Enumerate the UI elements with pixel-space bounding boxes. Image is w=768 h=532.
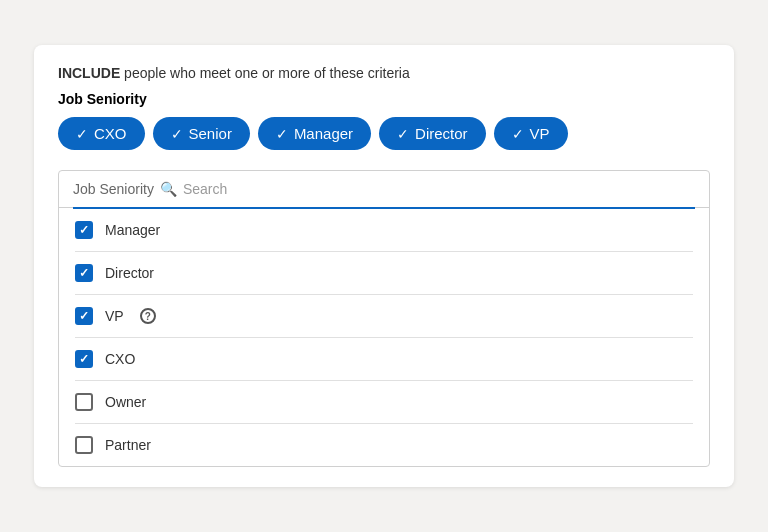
search-input[interactable] [183,181,695,197]
tag-label: Manager [294,125,353,142]
tag-label: Director [415,125,468,142]
checkbox-item-manager[interactable]: ✓Manager [59,209,709,251]
tag-label: VP [530,125,550,142]
tag-check-icon: ✓ [171,126,183,142]
tag-check-icon: ✓ [76,126,88,142]
tag-check-icon: ✓ [276,126,288,142]
checkbox-item-vp[interactable]: ✓VP? [59,295,709,337]
checkbox-label-partner: Partner [105,437,151,453]
check-icon: ✓ [79,352,89,366]
tag-director[interactable]: ✓Director [379,117,486,150]
search-prefix-label: Job Seniority [73,181,154,197]
checkbox-item-partner[interactable]: Partner [59,424,709,466]
checkbox-label-director: Director [105,265,154,281]
checkbox-label-cxo: CXO [105,351,135,367]
include-suffix: people who meet one or more of these cri… [120,65,410,81]
checkbox-box-cxo: ✓ [75,350,93,368]
include-bold: INCLUDE [58,65,120,81]
search-bar: Job Seniority 🔍 [59,171,709,208]
checkbox-box-director: ✓ [75,264,93,282]
checkbox-box-partner [75,436,93,454]
checkbox-box-manager: ✓ [75,221,93,239]
tag-cxo[interactable]: ✓CXO [58,117,145,150]
checkbox-box-vp: ✓ [75,307,93,325]
tag-check-icon: ✓ [512,126,524,142]
checkbox-label-manager: Manager [105,222,160,238]
dropdown-panel: Job Seniority 🔍 ✓Manager✓Director✓VP?✓CX… [58,170,710,467]
tag-label: Senior [189,125,232,142]
checkbox-item-cxo[interactable]: ✓CXO [59,338,709,380]
check-icon: ✓ [79,223,89,237]
filter-card: INCLUDE people who meet one or more of t… [34,45,734,487]
checkbox-list: ✓Manager✓Director✓VP?✓CXOOwnerPartner [59,209,709,466]
tag-manager[interactable]: ✓Manager [258,117,371,150]
tag-check-icon: ✓ [397,126,409,142]
check-icon: ✓ [79,309,89,323]
include-description: INCLUDE people who meet one or more of t… [58,65,710,81]
checkbox-item-owner[interactable]: Owner [59,381,709,423]
info-icon[interactable]: ? [140,308,156,324]
tag-label: CXO [94,125,127,142]
tag-row: ✓CXO✓Senior✓Manager✓Director✓VP [58,117,710,150]
checkbox-box-owner [75,393,93,411]
tag-vp[interactable]: ✓VP [494,117,568,150]
tag-senior[interactable]: ✓Senior [153,117,250,150]
checkbox-label-vp: VP [105,308,124,324]
checkbox-label-owner: Owner [105,394,146,410]
check-icon: ✓ [79,266,89,280]
checkbox-item-director[interactable]: ✓Director [59,252,709,294]
section-label: Job Seniority [58,91,710,107]
search-icon: 🔍 [160,181,177,197]
